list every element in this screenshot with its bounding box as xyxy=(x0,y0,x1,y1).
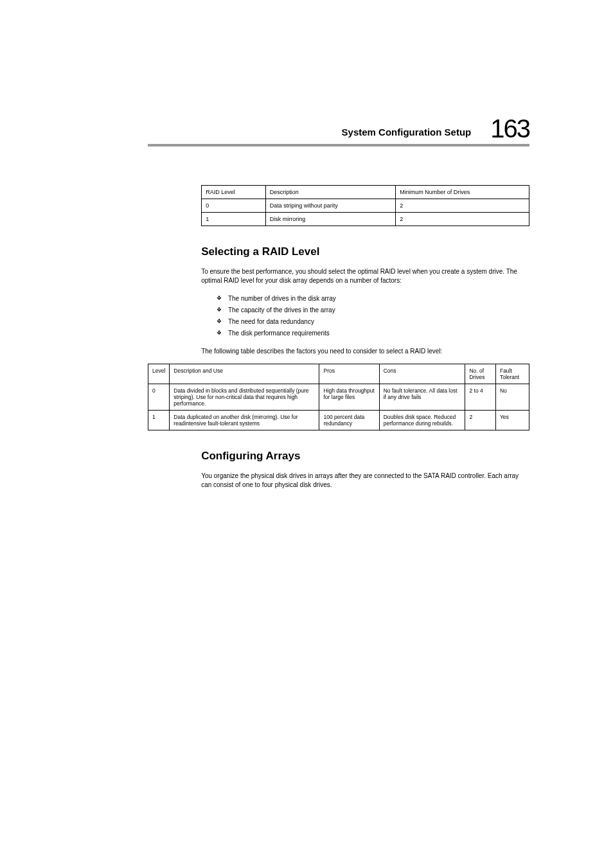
cell: 1 xyxy=(202,213,266,226)
section-heading-configuring-arrays: Configuring Arrays xyxy=(201,450,529,463)
cell: No fault tolerance. All data lost if any… xyxy=(379,384,465,411)
cell: Disk mirroring xyxy=(265,213,396,226)
list-item: The need for data redundancy xyxy=(217,316,529,328)
table-header-raid-level: RAID Level xyxy=(202,186,266,199)
cell: Doubles disk space. Reduced performance … xyxy=(379,411,465,430)
list-item: The capacity of the drives in the array xyxy=(217,305,529,316)
raid-levels-table: RAID Level Description Minimum Number of… xyxy=(201,185,529,226)
table-row: RAID Level Description Minimum Number of… xyxy=(202,186,529,199)
table-header-cons: Cons xyxy=(379,364,465,384)
page-header: System Configuration Setup 163 xyxy=(148,116,529,146)
list-item: The number of drives in the disk array xyxy=(217,293,529,305)
table-row: 0 Data striping without parity 2 xyxy=(202,199,529,213)
paragraph: To ensure the best performance, you shou… xyxy=(201,267,529,285)
table-header-no-drives: No. of Drives xyxy=(465,364,496,384)
cell: 2 to 4 xyxy=(465,384,496,411)
cell: 2 xyxy=(465,411,496,430)
cell: 0 xyxy=(202,199,266,213)
cell: 2 xyxy=(396,213,529,226)
table-row: 1 Data duplicated on another disk (mirro… xyxy=(148,411,529,430)
list-item: The disk performance requirements xyxy=(217,328,529,339)
table-header-level: Level xyxy=(148,364,170,384)
cell: 2 xyxy=(396,199,529,213)
cell: 0 xyxy=(148,384,170,411)
raid-selection-table: Level Description and Use Pros Cons No. … xyxy=(148,364,529,430)
cell: High data throughput for large files xyxy=(319,384,379,411)
section-heading-selecting-raid: Selecting a RAID Level xyxy=(201,245,529,258)
cell: Data striping without parity xyxy=(265,199,396,213)
table-row: 1 Disk mirroring 2 xyxy=(202,213,529,226)
bullet-list: The number of drives in the disk array T… xyxy=(217,293,529,339)
cell: Yes xyxy=(495,411,529,430)
cell: Data divided in blocks and distributed s… xyxy=(170,384,319,411)
cell: Data duplicated on another disk (mirrori… xyxy=(170,411,319,430)
cell: 1 xyxy=(148,411,170,430)
table-header-description-use: Description and Use xyxy=(170,364,319,384)
table-row: Level Description and Use Pros Cons No. … xyxy=(148,364,529,384)
header-section-title: System Configuration Setup xyxy=(342,127,472,141)
table-header-description: Description xyxy=(265,186,396,199)
page-number: 163 xyxy=(490,116,529,141)
cell: No xyxy=(495,384,529,411)
paragraph: You organize the physical disk drives in… xyxy=(201,472,529,490)
cell: 100 percent data redundancy xyxy=(319,411,379,430)
table-header-min-drives: Minimum Number of Drives xyxy=(396,186,529,199)
paragraph: The following table describes the factor… xyxy=(201,347,529,356)
table-row: 0 Data divided in blocks and distributed… xyxy=(148,384,529,411)
table-header-pros: Pros xyxy=(319,364,379,384)
table-header-fault-tolerant: Fault Tolerant xyxy=(495,364,529,384)
